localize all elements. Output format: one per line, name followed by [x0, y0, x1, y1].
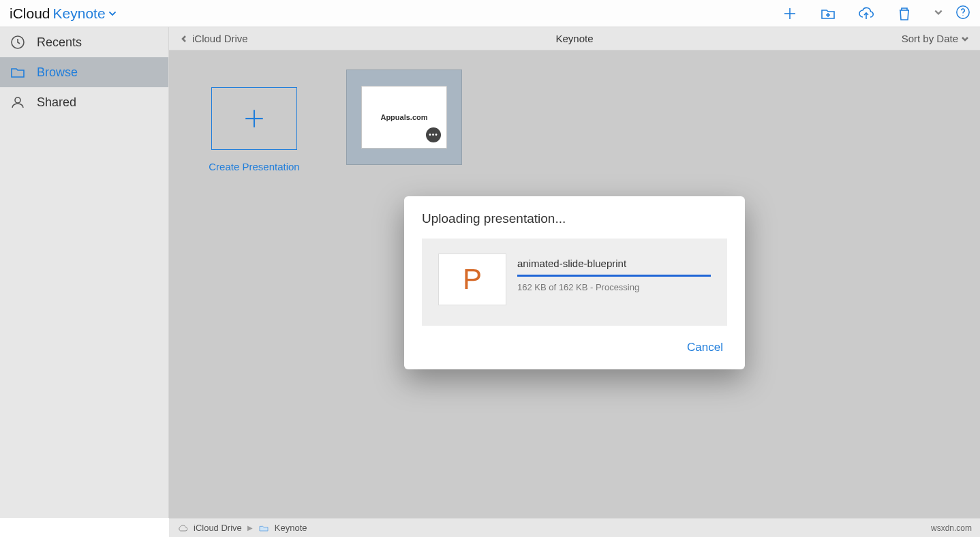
chevron-left-icon: [180, 35, 188, 43]
location-bar: iCloud Drive Keynote Sort by Date: [169, 27, 980, 50]
file-info: animated-slide-blueprint 162 KB of 162 K…: [517, 254, 711, 292]
sidebar-item-label: Recents: [37, 35, 82, 50]
cancel-button[interactable]: Cancel: [683, 338, 727, 357]
sort-button[interactable]: Sort by Date: [902, 33, 969, 44]
toolbar-actions: [781, 5, 970, 22]
svg-point-8: [15, 97, 20, 103]
location-title: Keynote: [169, 33, 980, 44]
more-dots-icon: •••: [429, 132, 438, 138]
file-status: 162 KB of 162 KB - Processing: [517, 282, 711, 292]
brand-label: iCloud: [10, 5, 50, 22]
create-presentation-tile[interactable]: Create Presentation: [196, 70, 312, 172]
main-area: iCloud Drive Keynote Sort by Date Create…: [169, 27, 980, 518]
back-label: iCloud Drive: [192, 33, 248, 44]
modal-title: Uploading presentation...: [422, 211, 727, 226]
sort-label: Sort by Date: [902, 33, 958, 44]
app-switcher[interactable]: Keynote: [53, 5, 117, 22]
shared-icon: [10, 94, 26, 110]
upload-row: P animated-slide-blueprint 162 KB of 162…: [422, 239, 727, 326]
upload-button[interactable]: [857, 5, 875, 22]
chevron-down-icon: [961, 35, 969, 43]
create-box[interactable]: [211, 87, 297, 150]
chevron-down-icon: [108, 10, 117, 18]
trash-icon: [896, 5, 913, 22]
app-name-label: Keynote: [53, 5, 106, 22]
help-icon: [955, 5, 970, 20]
document-more-button[interactable]: •••: [426, 127, 441, 142]
expand-button[interactable]: [934, 7, 943, 20]
document-grid: Create Presentation Appuals.com •••: [169, 50, 980, 191]
upload-modal: Uploading presentation... P animated-sli…: [404, 196, 745, 369]
sidebar-item-label: Shared: [37, 95, 76, 110]
delete-button[interactable]: [895, 5, 913, 22]
document-thumb-wrap: Appuals.com •••: [346, 70, 462, 165]
plus-icon: [243, 107, 266, 130]
sidebar: Recents Browse Shared: [0, 27, 169, 518]
footer-breadcrumb: iCloud Drive ▶ Keynote: [177, 523, 307, 533]
brand-group: iCloud Keynote: [10, 5, 117, 22]
folder-icon: [10, 64, 26, 80]
back-button[interactable]: iCloud Drive: [180, 33, 248, 44]
add-button[interactable]: [781, 5, 799, 22]
crumb-separator: ▶: [247, 524, 253, 532]
new-folder-button[interactable]: [819, 5, 837, 22]
file-name: animated-slide-blueprint: [517, 258, 711, 269]
chevron-down-icon: [934, 7, 943, 17]
upload-progress-bar: [517, 275, 711, 277]
crumb-root[interactable]: iCloud Drive: [194, 523, 242, 533]
sidebar-item-shared[interactable]: Shared: [0, 87, 168, 117]
document-tile[interactable]: Appuals.com •••: [346, 70, 462, 165]
svg-point-6: [962, 15, 963, 16]
help-button[interactable]: [955, 5, 970, 22]
folder-icon: [258, 523, 269, 533]
plus-icon: [782, 5, 798, 22]
clock-icon: [10, 34, 26, 50]
modal-actions: Cancel: [422, 338, 727, 357]
sidebar-item-label: Browse: [37, 65, 78, 80]
new-folder-icon: [820, 5, 836, 22]
cloud-upload-icon: [858, 5, 874, 22]
footer-credit: wsxdn.com: [931, 523, 972, 533]
create-label: Create Presentation: [209, 161, 299, 172]
sidebar-item-browse[interactable]: Browse: [0, 57, 168, 87]
crumb-folder[interactable]: Keynote: [275, 523, 307, 533]
top-toolbar: iCloud Keynote: [0, 0, 980, 27]
file-thumbnail: P: [438, 254, 506, 305]
cloud-icon: [177, 523, 188, 533]
footer-bar: iCloud Drive ▶ Keynote wsxdn.com: [169, 518, 980, 537]
sidebar-item-recents[interactable]: Recents: [0, 27, 168, 57]
